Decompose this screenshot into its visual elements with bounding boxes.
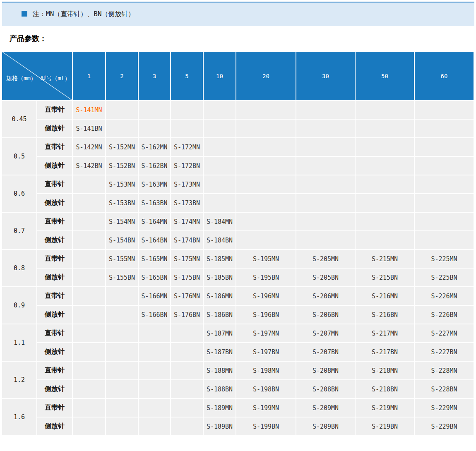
volume-column-header: 3 — [139, 52, 170, 100]
volume-column-header: 50 — [356, 52, 414, 100]
model-cell: S-166BN — [139, 306, 170, 324]
model-cell: S-164MN — [139, 213, 170, 230]
table-row: 0.7直带针S-154MNS-164MNS-174MNS-184MN — [2, 213, 474, 230]
empty-cell — [139, 101, 170, 119]
empty-cell — [415, 231, 474, 249]
table-row: 侧放针S-166BNS-176BNS-186BNS-196BNS-206BNS-… — [2, 306, 474, 324]
empty-cell — [73, 362, 105, 379]
model-cell: S-141MN — [73, 101, 105, 119]
empty-cell — [204, 175, 236, 193]
model-cell: S-229MN — [415, 399, 474, 417]
model-cell: S-173BN — [171, 194, 203, 212]
model-cell: S-154BN — [106, 231, 138, 249]
model-cell: S-218BN — [356, 380, 414, 398]
model-cell: S-227BN — [415, 343, 474, 361]
model-cell: S-174MN — [171, 213, 203, 230]
model-cell: S-189MN — [204, 399, 236, 417]
needle-type-cell: 直带针 — [37, 324, 72, 342]
model-cell: S-198MN — [236, 362, 296, 379]
empty-cell — [171, 380, 203, 398]
empty-cell — [236, 175, 296, 193]
model-cell: S-176MN — [171, 287, 203, 305]
model-cell: S-188BN — [204, 380, 236, 398]
empty-cell — [139, 417, 170, 435]
model-cell: S-155MN — [106, 250, 138, 268]
empty-cell — [296, 175, 355, 193]
model-cell: S-187BN — [204, 343, 236, 361]
model-cell: S-206BN — [296, 306, 355, 324]
empty-cell — [356, 213, 414, 230]
corner-right-label: 型号（ml） — [40, 75, 70, 82]
model-cell: S-225BN — [415, 269, 474, 286]
empty-cell — [296, 120, 355, 137]
model-cell: S-165MN — [139, 250, 170, 268]
volume-column-header: 60 — [415, 52, 474, 100]
table-row: 侧放针S-187BNS-197BNS-207BNS-217BNS-227BN — [2, 343, 474, 361]
needle-type-cell: 侧放针 — [37, 269, 72, 286]
needle-type-cell: 侧放针 — [37, 120, 72, 137]
model-cell: S-174BN — [171, 231, 203, 249]
model-cell: S-228BN — [415, 380, 474, 398]
empty-cell — [106, 324, 138, 342]
empty-cell — [236, 231, 296, 249]
model-cell: S-142MN — [73, 138, 105, 156]
model-cell: S-229BN — [415, 417, 474, 435]
volume-column-header: 10 — [204, 52, 236, 100]
empty-cell — [296, 194, 355, 212]
empty-cell — [415, 175, 474, 193]
empty-cell — [236, 213, 296, 230]
model-cell: S-184BN — [204, 231, 236, 249]
spec-cell: 0.8 — [2, 250, 36, 286]
empty-cell — [296, 157, 355, 175]
empty-cell — [236, 120, 296, 137]
model-cell: S-155BN — [106, 269, 138, 286]
empty-cell — [236, 157, 296, 175]
model-cell: S-215BN — [356, 269, 414, 286]
needle-type-cell: 侧放针 — [37, 306, 72, 324]
empty-cell — [106, 287, 138, 305]
empty-cell — [106, 343, 138, 361]
model-cell: S-226MN — [415, 287, 474, 305]
model-cell: S-226BN — [415, 306, 474, 324]
model-cell: S-162BN — [139, 157, 170, 175]
model-cell: S-196BN — [236, 306, 296, 324]
empty-cell — [139, 343, 170, 361]
model-cell: S-164BN — [139, 231, 170, 249]
empty-cell — [106, 380, 138, 398]
empty-cell — [171, 120, 203, 137]
needle-type-cell: 侧放针 — [37, 343, 72, 361]
empty-cell — [415, 157, 474, 175]
model-cell: S-205MN — [296, 250, 355, 268]
model-cell: S-209BN — [296, 417, 355, 435]
note-text: 注：MN（直带针）、BN（侧放针） — [33, 10, 135, 19]
model-cell: S-175BN — [171, 269, 203, 286]
volume-column-header: 1 — [73, 52, 105, 100]
model-cell: S-199MN — [236, 399, 296, 417]
model-cell: S-228MN — [415, 362, 474, 379]
model-cell: S-227MN — [415, 324, 474, 342]
model-cell: S-205BN — [296, 269, 355, 286]
model-cell: S-206MN — [296, 287, 355, 305]
empty-cell — [139, 399, 170, 417]
needle-type-cell: 直带针 — [37, 362, 72, 379]
empty-cell — [296, 231, 355, 249]
model-cell: S-208BN — [296, 380, 355, 398]
note-banner: 注：MN（直带针）、BN（侧放针） — [2, 2, 474, 26]
empty-cell — [204, 194, 236, 212]
empty-cell — [415, 213, 474, 230]
volume-column-header: 2 — [106, 52, 138, 100]
model-cell: S-208MN — [296, 362, 355, 379]
model-cell: S-216BN — [356, 306, 414, 324]
empty-cell — [296, 101, 355, 119]
table-body: 0.45直带针S-141MN侧放针S-141BN0.5直带针S-142MNS-1… — [2, 101, 474, 435]
model-cell: S-216MN — [356, 287, 414, 305]
volume-column-header: 30 — [296, 52, 355, 100]
corner-left-label: 规格（mm） — [6, 75, 36, 82]
table-row: 0.9直带针S-166MNS-176MNS-186MNS-196MNS-206M… — [2, 287, 474, 305]
table-row: 侧放针S-153BNS-163BNS-173BN — [2, 194, 474, 212]
empty-cell — [171, 343, 203, 361]
model-cell: S-195MN — [236, 250, 296, 268]
empty-cell — [73, 399, 105, 417]
volume-column-header: 20 — [236, 52, 296, 100]
table-row: 侧放针S-141BN — [2, 120, 474, 137]
